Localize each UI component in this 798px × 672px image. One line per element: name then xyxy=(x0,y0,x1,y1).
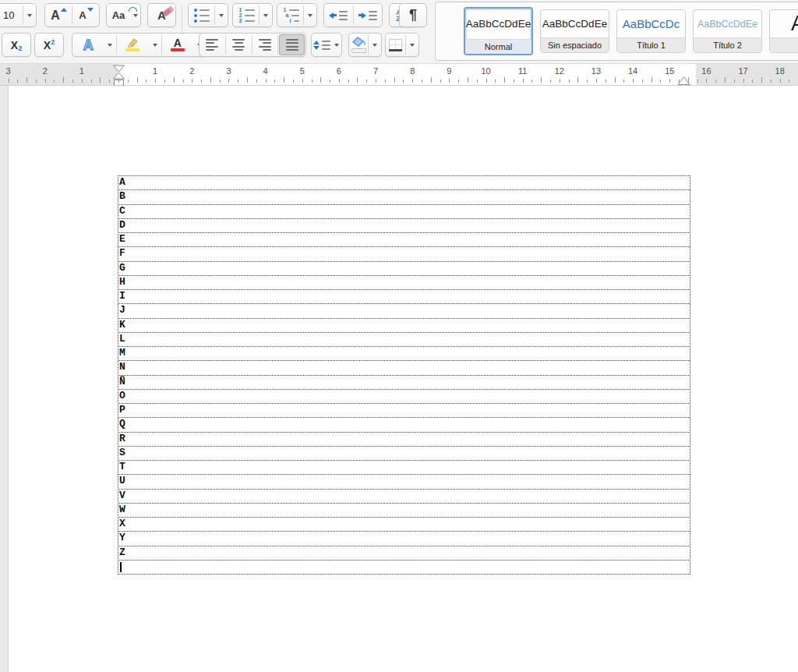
horizontal-ruler[interactable]: 321123456789101112131415161718 xyxy=(0,63,798,86)
table-row[interactable]: M xyxy=(118,346,690,361)
ruler-number: 4 xyxy=(263,66,268,76)
table-row[interactable]: H xyxy=(118,275,690,290)
ruler-tick xyxy=(312,80,312,83)
table-row[interactable]: S xyxy=(118,446,690,461)
x-glyph: X xyxy=(11,39,18,51)
multilevel-list-button[interactable]: 1ai xyxy=(277,4,303,27)
table-row[interactable]: D xyxy=(118,218,690,233)
table-row[interactable]: I xyxy=(118,289,690,304)
shrink-font-icon: A xyxy=(79,10,86,20)
row-letter: X xyxy=(118,518,125,530)
alphabet-table[interactable]: ABCDEFGHIJKLMNÑOPQRSTUVWXYZ xyxy=(118,175,690,575)
ruler-tick xyxy=(54,80,55,83)
chevron-down-icon xyxy=(27,14,32,17)
text-effects-button[interactable]: A xyxy=(72,34,104,56)
grow-font-button[interactable]: A xyxy=(45,4,72,27)
clear-formatting-button[interactable]: A xyxy=(147,3,176,27)
ruler-tick xyxy=(137,77,138,83)
row-letter: G xyxy=(118,262,125,274)
table-row[interactable]: T xyxy=(118,460,690,475)
highlighter-icon xyxy=(125,38,139,51)
ruler-number: 10 xyxy=(481,66,490,76)
ruler-tick xyxy=(17,80,18,83)
text-effects-icon: A xyxy=(83,38,94,52)
justify-button[interactable] xyxy=(279,34,305,55)
table-row[interactable]: Ñ xyxy=(118,375,690,390)
shading-dropdown[interactable] xyxy=(369,34,381,56)
ruler-tick xyxy=(752,80,753,83)
ruler-tick xyxy=(725,77,726,83)
borders-dropdown[interactable] xyxy=(406,34,418,56)
ruler-tick xyxy=(330,80,330,83)
font-size-combobox[interactable]: 10 xyxy=(0,3,37,27)
table-row[interactable]: C xyxy=(118,204,690,219)
table-row[interactable]: A xyxy=(118,175,690,190)
increase-indent-button[interactable] xyxy=(354,4,383,27)
table-row[interactable]: J xyxy=(118,303,690,318)
highlight-button[interactable] xyxy=(117,34,148,56)
subscript-button[interactable]: X 2 xyxy=(2,33,31,57)
align-right-button[interactable] xyxy=(252,34,278,56)
table-row[interactable]: W xyxy=(118,503,690,518)
decrease-indent-button[interactable] xyxy=(324,4,353,27)
table-row[interactable]: G xyxy=(118,261,690,276)
change-case-button[interactable]: Aa xyxy=(106,3,141,27)
table-row[interactable]: V xyxy=(118,489,690,504)
style-sample-text: AaBbCcDdEe xyxy=(541,10,609,37)
table-row[interactable]: L xyxy=(118,332,690,347)
line-spacing-button[interactable] xyxy=(311,33,342,57)
ruler-tick xyxy=(560,79,560,83)
style-card-sin-espaciado[interactable]: AaBbCcDdEeSin espaciado xyxy=(540,9,609,53)
line-spacing-dropdown[interactable] xyxy=(332,34,341,56)
ruler-tick xyxy=(440,80,441,83)
table-row[interactable]: B xyxy=(118,189,690,204)
ruler-tick xyxy=(238,80,238,83)
table-row[interactable]: X xyxy=(118,517,690,532)
row-letter: V xyxy=(118,490,125,502)
superscript-button[interactable]: X 2 xyxy=(34,33,64,57)
table-row[interactable]: O xyxy=(118,389,690,404)
table-row-empty[interactable] xyxy=(118,560,690,575)
numbering-dropdown[interactable] xyxy=(260,4,272,27)
table-row[interactable]: Z xyxy=(118,546,690,561)
style-card-partial[interactable]: Aa xyxy=(769,9,798,53)
table-row[interactable]: Y xyxy=(118,531,690,546)
table-row[interactable]: N xyxy=(118,360,690,375)
ruler-tick xyxy=(642,80,643,83)
table-row[interactable]: R xyxy=(118,432,690,447)
bullets-dropdown[interactable] xyxy=(215,4,228,27)
ruler-tick xyxy=(577,77,578,83)
shading-button[interactable] xyxy=(349,34,368,56)
ruler-tick xyxy=(348,80,349,83)
highlight-dropdown[interactable] xyxy=(149,34,161,56)
red-bar xyxy=(171,48,185,51)
decrease-indent-icon xyxy=(329,11,348,20)
shrink-font-button[interactable]: A xyxy=(72,4,99,27)
font-size-dropdown[interactable] xyxy=(23,4,36,27)
table-row[interactable]: F xyxy=(118,246,690,261)
style-card-normal[interactable]: AaBbCcDdEeNormal xyxy=(464,7,533,55)
bullets-button[interactable] xyxy=(189,4,214,27)
table-row[interactable]: K xyxy=(118,318,690,333)
document-page[interactable]: ABCDEFGHIJKLMNÑOPQRSTUVWXYZ xyxy=(9,86,798,672)
align-center-button[interactable] xyxy=(226,34,252,56)
align-left-button[interactable] xyxy=(200,34,225,56)
table-row[interactable]: P xyxy=(118,403,690,418)
borders-button[interactable] xyxy=(386,34,405,56)
table-row[interactable]: E xyxy=(118,232,690,247)
style-card-titulo-2[interactable]: AaBbCcDdEeTítulo 2 xyxy=(693,9,762,53)
font-color-button[interactable]: A xyxy=(162,34,193,56)
style-card-titulo-1[interactable]: AaBbCcDcTítulo 1 xyxy=(616,9,686,53)
ruler-tick xyxy=(284,77,284,83)
left-indent-marker[interactable] xyxy=(112,65,125,87)
multilevel-list-dropdown[interactable] xyxy=(304,4,316,27)
align-center-icon xyxy=(232,39,245,51)
show-paragraph-marks-button[interactable]: ¶ xyxy=(399,3,427,27)
table-row[interactable]: U xyxy=(118,474,690,489)
ruler-tick xyxy=(256,80,257,83)
table-row[interactable]: Q xyxy=(118,417,690,432)
text-effects-dropdown[interactable] xyxy=(104,34,116,56)
numbering-button[interactable]: 123 xyxy=(233,4,259,27)
chevron-down-icon xyxy=(410,44,415,47)
bullets-group xyxy=(188,3,228,27)
